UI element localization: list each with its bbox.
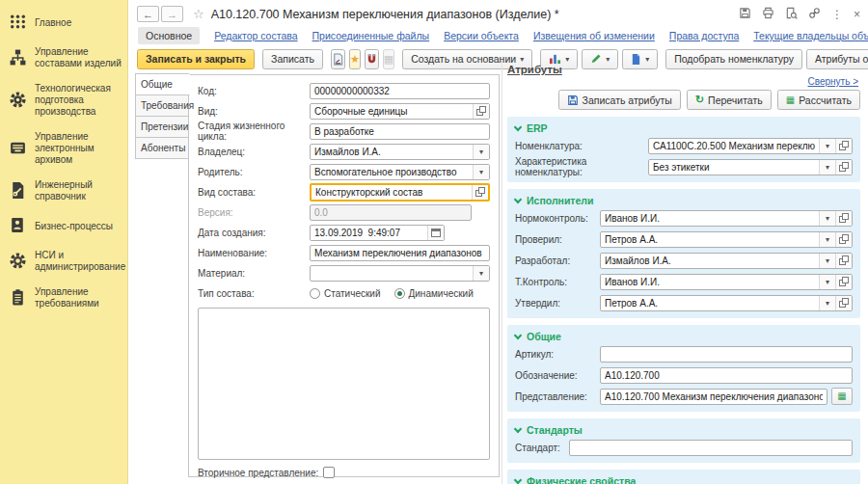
owner-input[interactable]: [311, 145, 473, 159]
favorite-star-icon[interactable]: ☆: [193, 7, 204, 21]
radio-dynamic-label: Динамический: [409, 288, 474, 299]
section-standards-header[interactable]: Стандарты: [515, 422, 853, 439]
more-menu-icon[interactable]: ⋮: [831, 9, 843, 20]
standard-input[interactable]: [569, 440, 853, 456]
section-executors-header[interactable]: Исполнители: [515, 193, 853, 209]
preview-search-icon[interactable]: [785, 7, 798, 21]
article-input[interactable]: [600, 346, 853, 363]
presentation-input[interactable]: [600, 389, 827, 405]
close-icon[interactable]: ×: [854, 9, 860, 20]
created-input[interactable]: [311, 226, 427, 240]
tab-bom-editor[interactable]: Редактор состава: [214, 30, 297, 41]
open-ref-icon[interactable]: [835, 275, 852, 289]
tab-main[interactable]: Основное: [138, 27, 200, 44]
code-input[interactable]: [310, 83, 490, 99]
side-tab-claims[interactable]: Претензии: [135, 116, 189, 138]
dropdown-icon[interactable]: ▾: [819, 296, 835, 310]
owner-label: Владелец:: [198, 147, 310, 157]
dropdown-icon[interactable]: ▾: [819, 275, 835, 289]
chevron-down-icon: [514, 424, 522, 432]
dropdown-icon[interactable]: ▾: [819, 160, 835, 175]
forward-button[interactable]: →: [161, 6, 183, 22]
sidebar-item-label: Главное: [35, 17, 71, 29]
open-ref-icon[interactable]: [835, 296, 852, 310]
back-button[interactable]: ←: [137, 6, 159, 22]
save-and-close-button[interactable]: Записать и закрыть: [137, 49, 255, 69]
open-ref-icon[interactable]: [835, 232, 852, 247]
radio-dynamic[interactable]: [394, 288, 405, 299]
sidebar-item-main[interactable]: Главное: [0, 6, 127, 40]
open-ref-icon[interactable]: [835, 139, 852, 153]
dropdown-icon[interactable]: ▾: [819, 254, 835, 268]
recalculate-presentation-button[interactable]: ▦: [831, 388, 853, 405]
checked-by-input[interactable]: [601, 232, 819, 247]
designation-input[interactable]: [600, 367, 853, 384]
sidebar-item-product-structures[interactable]: Управление составами изделий: [0, 40, 127, 76]
document-report-button[interactable]: [331, 49, 345, 69]
section-common-header[interactable]: Общие: [515, 329, 853, 345]
tab-object-versions[interactable]: Версии объекта: [444, 30, 519, 41]
side-tab-requirements[interactable]: Требования: [135, 94, 189, 117]
radio-static[interactable]: [310, 288, 320, 299]
print-icon[interactable]: [762, 7, 774, 21]
side-tab-subscribers[interactable]: Абоненты: [135, 137, 189, 159]
approved-by-input[interactable]: [601, 296, 819, 310]
calendar-icon[interactable]: [427, 226, 444, 240]
secondary-view-checkbox[interactable]: [323, 467, 335, 478]
calculate-button[interactable]: ▦ Рассчитать: [777, 90, 860, 110]
sidebar-item-nsi-administration[interactable]: НСИ и администрирование: [0, 243, 127, 280]
magnet-pick-button[interactable]: [365, 49, 379, 69]
save-icon[interactable]: [739, 7, 751, 21]
tab-attached-files[interactable]: Присоединенные файлы: [312, 30, 430, 41]
side-tab-general[interactable]: Общие: [135, 73, 190, 95]
tech-control-input[interactable]: [601, 275, 819, 289]
nomenclature-characteristic-input[interactable]: [649, 160, 819, 175]
presentation-label: Представление:: [515, 391, 600, 402]
developed-by-input[interactable]: [601, 254, 819, 268]
description-textarea[interactable]: [198, 308, 490, 460]
open-ref-icon[interactable]: [835, 254, 852, 268]
open-ref-icon[interactable]: [835, 211, 852, 226]
section-physical-header[interactable]: Физические свойства: [515, 473, 853, 484]
tab-change-notices[interactable]: Извещения об изменении: [533, 30, 655, 41]
bom-kind-input[interactable]: [312, 185, 472, 200]
sidebar-item-label: Управление электронным архивом: [35, 131, 123, 166]
sidebar-item-tech-preparation[interactable]: Технологическая подготовка производства: [0, 76, 127, 124]
dropdown-icon[interactable]: ▾: [473, 145, 489, 159]
favorites-button[interactable]: ★: [349, 49, 361, 69]
open-ref-icon[interactable]: [473, 104, 489, 119]
name-input[interactable]: [310, 245, 490, 261]
dropdown-icon[interactable]: ▾: [819, 211, 835, 226]
parent-input[interactable]: [311, 165, 473, 179]
forward-icon: →: [167, 9, 177, 20]
notepad-icon: [9, 288, 27, 309]
article-label: Артикул:: [515, 349, 600, 360]
material-input[interactable]: [311, 266, 473, 281]
save-button[interactable]: Записать: [262, 49, 323, 69]
section-standards-title: Стандарты: [527, 424, 583, 436]
sidebar-item-electronic-archive[interactable]: Управление электронным архивом: [0, 124, 127, 173]
reread-button[interactable]: ↻ Перечитать: [687, 90, 772, 110]
save-attributes-button[interactable]: Записать атрибуты: [558, 90, 681, 110]
link-icon[interactable]: [808, 7, 821, 21]
table-button[interactable]: ▦: [383, 49, 394, 69]
section-erp-header[interactable]: ERP: [515, 121, 853, 137]
panel-splitter[interactable]: [502, 60, 502, 484]
nomenclature-input[interactable]: [649, 139, 819, 153]
sidebar-item-requirements[interactable]: Управление требованиями: [0, 280, 127, 316]
dropdown-icon[interactable]: ▾: [819, 139, 835, 153]
dropdown-icon[interactable]: ▾: [473, 266, 489, 281]
norm-control-input[interactable]: [601, 211, 819, 226]
calc-table-icon: ▦: [786, 95, 795, 105]
sidebar-item-engineering-reference[interactable]: Инженерный справочник: [0, 173, 127, 209]
collapse-link[interactable]: Свернуть >: [507, 76, 858, 87]
lifecycle-input[interactable]: [310, 123, 490, 140]
sidebar-item-business-processes[interactable]: Бизнес-процессы: [0, 209, 127, 243]
tab-access-rights[interactable]: Права доступа: [669, 30, 739, 41]
open-ref-icon[interactable]: [472, 185, 488, 200]
open-ref-icon[interactable]: [835, 160, 852, 175]
tab-current-owners[interactable]: Текущие владельцы объекта: [753, 30, 868, 41]
kind-input[interactable]: [311, 104, 473, 119]
dropdown-icon[interactable]: ▾: [473, 165, 489, 179]
dropdown-icon[interactable]: ▾: [819, 232, 835, 247]
